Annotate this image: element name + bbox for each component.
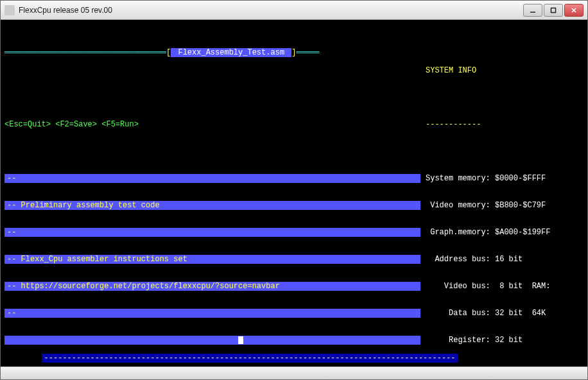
editor-cursor-line[interactable]: [4, 336, 420, 345]
sysinfo-sep: ------------: [420, 120, 584, 129]
window-title-text: FlexxCpu release 05 rev.00: [19, 6, 523, 15]
sysinfo-title: SYSTEM INFO: [426, 66, 584, 75]
maximize-button[interactable]: [544, 4, 563, 17]
sysinfo-line: Register: 32 bit: [426, 336, 584, 345]
sysinfo-line: Graph.memory: $A000-$199FF: [426, 228, 584, 237]
editor-line[interactable]: -- https://sourceforge.net/projects/flex…: [4, 282, 420, 291]
editor-line[interactable]: -- Preliminary assembly test code: [4, 201, 420, 210]
svg-rect-1: [551, 8, 556, 12]
editor-line[interactable]: -- Flexx_Cpu assembler instructions set: [4, 255, 420, 264]
window-frame: FlexxCpu release 05 rev.00 ═════════════…: [0, 0, 588, 380]
sysinfo-line: System memory: $0000-$FFFF: [426, 174, 584, 183]
right-pane: SYSTEM INFO: [420, 48, 584, 93]
sysinfo-line: Video bus: 8 bit RAM:: [426, 282, 584, 291]
sysinfo-line: Video memory: $B800-$C79F: [426, 201, 584, 210]
top-bar-row: ═══════════════════════════════════[ Fle…: [4, 48, 584, 93]
minimize-icon: [530, 7, 536, 13]
window-controls: [523, 4, 584, 17]
minimize-button[interactable]: [523, 4, 542, 17]
shortcut-hints-top: <Esc=Quit> <F2=Save> <F5=Run>: [4, 120, 420, 129]
filename-bar: ═══════════════════════════════════[ Fle…: [4, 48, 420, 93]
close-icon: [571, 7, 577, 13]
editor-line[interactable]: --: [4, 309, 420, 318]
app-icon: [4, 5, 15, 15]
cursor: [238, 336, 243, 344]
window-bottom-bar: [1, 367, 587, 379]
editor-separator: ----------------------------------------…: [42, 354, 458, 363]
titlebar[interactable]: FlexxCpu release 05 rev.00: [1, 1, 587, 20]
close-button[interactable]: [564, 4, 584, 17]
sysinfo-line: Data bus: 32 bit 64K: [426, 309, 584, 318]
editor-line[interactable]: --: [4, 228, 420, 237]
maximize-icon: [550, 7, 557, 13]
terminal-area: ═══════════════════════════════════[ Fle…: [1, 20, 587, 367]
editor-line[interactable]: --: [4, 174, 420, 183]
side-panel: System memory: $0000-$FFFF Video memory:…: [420, 156, 584, 367]
sysinfo-line: Address bus: 16 bit: [426, 255, 584, 264]
filename-label: Flexx_Assembly_Test.asm: [171, 48, 291, 57]
editor-pane[interactable]: -- -- Preliminary assembly test code -- …: [4, 156, 420, 367]
